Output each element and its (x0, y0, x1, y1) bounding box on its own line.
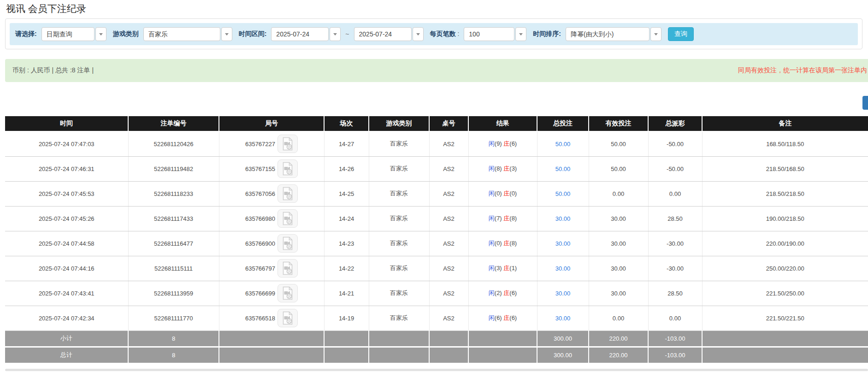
banker-result: 庄 (503, 215, 509, 222)
round-number: 635766980 (245, 215, 275, 222)
query-type-select[interactable]: 日期查询 (41, 27, 106, 41)
column-header-bet-id: 注单编号 (128, 116, 219, 131)
cell-time: 2025-07-24 07:44:58 (5, 231, 128, 256)
cell-valid-bet: 0.00 (589, 306, 648, 331)
total-bet-link[interactable]: 30.00 (555, 215, 571, 222)
column-header-round-id: 局号 (219, 116, 324, 131)
column-header-valid-bet: 有效投注 (589, 116, 648, 131)
video-file-icon (282, 137, 294, 151)
cell-table-no: AS2 (429, 156, 468, 181)
cell-total-bet: 30.00 (537, 281, 589, 306)
search-button[interactable]: 查询 (668, 27, 694, 41)
video-file-icon (282, 212, 294, 225)
cell-valid-bet: 30.00 (589, 206, 648, 231)
footer-result (468, 347, 537, 363)
cell-total-bet: 50.00 (537, 181, 589, 206)
video-replay-button[interactable] (278, 209, 298, 228)
cell-payout: 0.00 (648, 181, 702, 206)
cell-round: 635767227 (219, 131, 324, 156)
query-type-value[interactable]: 日期查询 (41, 27, 94, 41)
total-bet-link[interactable]: 50.00 (555, 141, 571, 148)
cell-payout: 28.50 (648, 281, 702, 306)
round-number: 635767155 (245, 165, 275, 172)
cell-bet-id: 522681116477 (128, 231, 219, 256)
tilde-separator: ~ (345, 30, 349, 38)
column-header-remark: 备注 (702, 116, 868, 131)
cell-session: 14-24 (324, 206, 369, 231)
total-bet-link[interactable]: 30.00 (555, 265, 571, 272)
video-replay-button[interactable] (278, 184, 298, 203)
total-bet-link[interactable]: 30.00 (555, 315, 571, 322)
chevron-down-icon[interactable] (330, 27, 341, 41)
cell-round: 635766699 (219, 281, 324, 306)
total-bet-link[interactable]: 50.00 (555, 165, 571, 172)
footer-valid-bet: 220.00 (589, 331, 648, 347)
cell-time: 2025-07-24 07:43:41 (5, 281, 128, 306)
total-bet-link[interactable]: 30.00 (555, 290, 571, 297)
video-replay-button[interactable] (278, 259, 298, 278)
column-header-game-type: 游戏类别 (369, 116, 429, 131)
cell-remark: 221.50/221.50 (702, 306, 868, 331)
banker-result: 庄 (503, 314, 509, 321)
cell-time: 2025-07-24 07:45:26 (5, 206, 128, 231)
cell-valid-bet: 30.00 (589, 231, 648, 256)
banker-result: 庄 (503, 190, 509, 197)
page-size-select[interactable]: 100 (464, 27, 526, 41)
table-row: 2025-07-24 07:43:41 522681113959 6357666… (5, 281, 868, 306)
collapsed-side-action-button[interactable] (862, 96, 868, 110)
filter-panel: 请选择: 日期查询 游戏类别 百家乐 时间区间: 2025-07-24 ~ 20… (5, 18, 862, 49)
footer-payout: -103.00 (648, 347, 702, 363)
chevron-down-icon[interactable] (650, 27, 661, 41)
cell-total-bet: 30.00 (537, 231, 589, 256)
cell-time: 2025-07-24 07:42:34 (5, 306, 128, 331)
table-row: 2025-07-24 07:44:16 522681115111 6357667… (5, 256, 868, 281)
video-file-icon (282, 236, 294, 250)
player-result: 闲 (489, 190, 495, 197)
cell-game-type: 百家乐 (369, 206, 429, 231)
page-title: 视讯 会员下注纪录 (6, 2, 86, 15)
cell-result: 闲(3) 庄(1) (468, 256, 537, 281)
cell-payout: -50.00 (648, 131, 702, 156)
video-replay-button[interactable] (278, 135, 298, 153)
game-type-value[interactable]: 百家乐 (143, 27, 220, 41)
date-from-value[interactable]: 2025-07-24 (271, 27, 329, 41)
table-row: 2025-07-24 07:47:03 522681120426 6357672… (5, 131, 868, 156)
cell-round: 635766980 (219, 206, 324, 231)
video-replay-button[interactable] (278, 159, 298, 178)
total-bet-link[interactable]: 30.00 (555, 240, 571, 247)
date-from-select[interactable]: 2025-07-24 (271, 27, 341, 41)
footer-remark (702, 331, 868, 347)
video-replay-button[interactable] (278, 309, 298, 327)
cell-game-type: 百家乐 (369, 131, 429, 156)
cell-result: 闲(0) 庄(0) (468, 181, 537, 206)
chevron-down-icon[interactable] (515, 27, 526, 41)
date-to-select[interactable]: 2025-07-24 (354, 27, 424, 41)
page-size-value[interactable]: 100 (464, 27, 514, 41)
video-replay-button[interactable] (278, 234, 298, 253)
game-type-select[interactable]: 百家乐 (143, 27, 232, 41)
video-file-icon (282, 187, 294, 201)
sort-value[interactable]: 降幂(由大到小) (566, 27, 650, 41)
summary-notice-text: 同局有效投注，统一计算在该局第一张注单内 (738, 66, 867, 75)
cell-bet-id: 522681118233 (128, 181, 219, 206)
cell-total-bet: 50.00 (537, 156, 589, 181)
chevron-down-icon[interactable] (221, 27, 232, 41)
cell-result: 闲(2) 庄(6) (468, 281, 537, 306)
video-file-icon (282, 261, 294, 275)
cell-valid-bet: 30.00 (589, 281, 648, 306)
player-result: 闲 (489, 289, 495, 296)
date-to-value[interactable]: 2025-07-24 (354, 27, 412, 41)
video-replay-button[interactable] (278, 284, 298, 302)
cell-remark: 168.50/118.50 (702, 131, 868, 156)
chevron-down-icon[interactable] (413, 27, 424, 41)
footer-total-bet: 300.00 (537, 347, 589, 363)
total-bet-link[interactable]: 50.00 (555, 190, 571, 197)
sort-select[interactable]: 降幂(由大到小) (566, 27, 661, 41)
footer-result (468, 331, 537, 347)
cell-total-bet: 30.00 (537, 206, 589, 231)
cell-result: 闲(0) 庄(8) (468, 231, 537, 256)
chevron-down-icon[interactable] (95, 27, 106, 41)
cell-game-type: 百家乐 (369, 281, 429, 306)
cell-session: 14-26 (324, 156, 369, 181)
column-header-total-bet: 总投注 (537, 116, 589, 131)
